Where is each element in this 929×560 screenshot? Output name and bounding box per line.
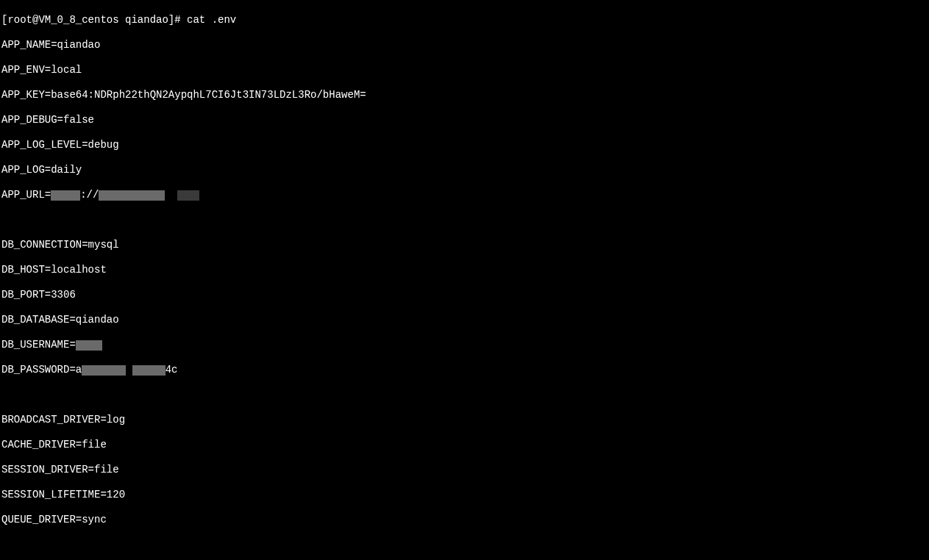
prompt-line: [root@VM_0_8_centos qiandao]# cat .env — [1, 14, 928, 26]
env-text — [165, 189, 177, 201]
terminal-output[interactable]: [root@VM_0_8_centos qiandao]# cat .env A… — [1, 1, 928, 560]
redacted-block — [99, 190, 165, 201]
env-text: 4c — [165, 364, 178, 376]
redacted-block — [132, 365, 165, 376]
env-text: :// — [80, 189, 99, 201]
shell-prompt: [root@VM_0_8_centos qiandao]# — [1, 14, 187, 26]
redacted-block — [51, 190, 80, 201]
env-key: APP_URL= — [1, 189, 51, 201]
env-line: APP_LOG_LEVEL=debug — [1, 139, 928, 151]
env-line: DB_HOST=localhost — [1, 264, 928, 276]
command-text: cat .env — [187, 14, 236, 26]
env-line: DB_CONNECTION=mysql — [1, 239, 928, 251]
env-line: APP_KEY=base64:NDRph22thQN2AypqhL7CI6Jt3… — [1, 89, 928, 101]
env-line: APP_NAME=qiandao — [1, 39, 928, 51]
env-line: SESSION_LIFETIME=120 — [1, 489, 928, 501]
env-line-redacted: APP_URL=:// — [1, 189, 928, 201]
env-line: DB_DATABASE=qiandao — [1, 314, 928, 326]
env-text — [126, 364, 132, 376]
env-line-redacted: DB_PASSWORD=a 4c — [1, 364, 928, 376]
env-line: BROADCAST_DRIVER=log — [1, 414, 928, 426]
blank-line — [1, 539, 928, 551]
redacted-block — [177, 190, 199, 201]
env-line: DB_PORT=3306 — [1, 289, 928, 301]
env-line: APP_LOG=daily — [1, 164, 928, 176]
redacted-block — [76, 340, 102, 351]
env-line-redacted: DB_USERNAME= — [1, 339, 928, 351]
blank-line — [1, 389, 928, 401]
env-line: APP_DEBUG=false — [1, 114, 928, 126]
env-key: DB_USERNAME= — [1, 339, 76, 351]
env-line: CACHE_DRIVER=file — [1, 439, 928, 451]
env-line: APP_ENV=local — [1, 64, 928, 76]
blank-line — [1, 214, 928, 226]
env-key: DB_PASSWORD=a — [1, 364, 82, 376]
redacted-block — [82, 365, 126, 376]
env-line: QUEUE_DRIVER=sync — [1, 514, 928, 526]
env-line: SESSION_DRIVER=file — [1, 464, 928, 476]
